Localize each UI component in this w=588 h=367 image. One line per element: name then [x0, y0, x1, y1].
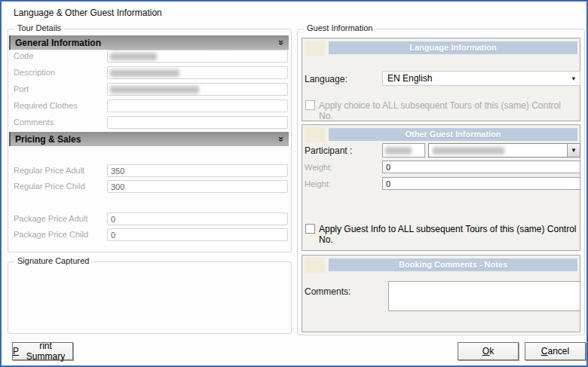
height-field[interactable]: 0: [382, 177, 580, 190]
panel-corner-swatch: [305, 258, 325, 273]
language-selected-value: EN English: [387, 73, 432, 84]
apply-guest-info-checkbox[interactable]: [305, 224, 315, 234]
code-label: Code: [14, 50, 33, 63]
tour-details-group-label: Tour Details: [14, 23, 64, 32]
pricing-sales-section-title: Pricing & Sales: [15, 134, 279, 145]
comments-tour-label: Comments: [14, 116, 54, 129]
chevron-down-icon[interactable]: ▼: [567, 144, 580, 157]
regular-price-child-field[interactable]: 300: [107, 180, 288, 193]
general-information-section-bar[interactable]: General Information »: [9, 35, 289, 50]
panel-corner-swatch: [305, 41, 325, 56]
apply-guest-info-checkbox-label: Apply Guest Info to ALL subsequent Tours…: [319, 224, 579, 245]
code-field[interactable]: [107, 50, 288, 63]
print-summary-button[interactable]: Print Summary: [12, 342, 73, 360]
participant-select[interactable]: ▼: [428, 143, 580, 158]
signature-captured-group: Signature Captured: [8, 261, 292, 334]
language-select[interactable]: EN English ▾: [382, 71, 580, 86]
redacted-value: [433, 147, 504, 154]
port-label: Port: [14, 83, 29, 96]
package-price-adult-label: Package Price Adult: [14, 213, 87, 225]
ok-button[interactable]: Ok: [458, 342, 519, 360]
redacted-value: [385, 147, 412, 154]
redacted-value: [110, 86, 199, 93]
package-price-child-label: Package Price Child: [14, 228, 88, 241]
guest-information-group-label: Guest Information: [304, 23, 375, 32]
required-clothes-label: Required Clothes: [14, 99, 78, 112]
regular-price-adult-label: Regular Price Adult: [14, 164, 84, 177]
participant-code-field[interactable]: [382, 143, 425, 158]
required-clothes-field[interactable]: [107, 99, 288, 112]
package-price-adult-field[interactable]: 0: [107, 213, 288, 225]
collapse-chevron-icon[interactable]: »: [276, 136, 287, 142]
description-label: Description: [14, 66, 55, 79]
panel-corner-swatch: [305, 127, 325, 142]
dialog-window: Language & Other Guest Information Tour …: [0, 0, 588, 367]
height-label: Height:: [305, 178, 331, 191]
port-field[interactable]: [107, 83, 288, 96]
booking-comments-header: Booking Comments - Notes: [329, 258, 577, 271]
general-information-section-title: General Information: [15, 38, 279, 48]
apply-choice-checkbox[interactable]: [305, 100, 315, 110]
description-field[interactable]: [107, 66, 288, 79]
other-guest-information-header: Other Guest Information: [329, 128, 577, 141]
signature-captured-group-label: Signature Captured: [14, 256, 92, 265]
comments-label: Comments:: [305, 286, 351, 298]
dialog-title: Language & Other Guest Information: [14, 8, 162, 18]
redacted-value: [110, 69, 179, 77]
language-information-header: Language Information: [329, 41, 577, 54]
pricing-sales-section-bar[interactable]: Pricing & Sales »: [9, 132, 289, 146]
apply-choice-checkbox-label: Apply choice to ALL subsequent Tours of …: [319, 100, 575, 121]
chevron-down-icon[interactable]: ▾: [571, 75, 575, 82]
participant-label: Participant :: [305, 145, 352, 158]
regular-price-adult-field[interactable]: 350: [107, 164, 288, 177]
redacted-value: [110, 53, 157, 60]
language-label: Language:: [305, 73, 348, 86]
collapse-chevron-icon[interactable]: »: [276, 40, 287, 45]
cancel-button[interactable]: Cancel: [525, 342, 586, 360]
package-price-child-field[interactable]: 0: [107, 228, 288, 241]
weight-field[interactable]: 0: [382, 161, 580, 173]
comments-tour-field[interactable]: [107, 116, 288, 129]
weight-label: Weight:: [305, 161, 332, 174]
regular-price-child-label: Regular Price Child: [14, 180, 85, 193]
comments-textarea[interactable]: [388, 281, 580, 311]
